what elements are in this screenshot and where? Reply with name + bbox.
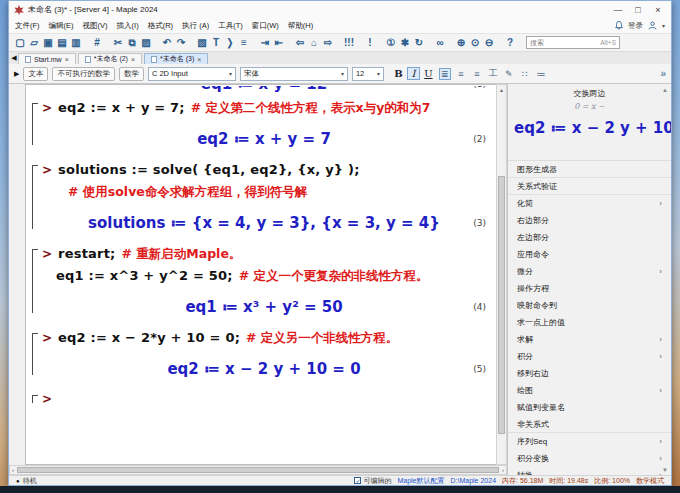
- tab-3[interactable]: *未命名 (3)×: [144, 53, 208, 64]
- scroll-up-icon[interactable]: ▲: [499, 85, 504, 94]
- context-item-右边部分[interactable]: 右边部分: [508, 212, 671, 229]
- insert-table-icon[interactable]: #: [90, 35, 104, 50]
- open-file-icon[interactable]: ▱: [27, 35, 41, 50]
- copy-icon[interactable]: ⧉: [125, 35, 139, 50]
- tab-2[interactable]: *未命名 (2)×: [78, 53, 142, 64]
- context-item-操作方程[interactable]: 操作方程: [508, 280, 671, 297]
- context-item-求一点上的值[interactable]: 求一点上的值: [508, 314, 671, 331]
- home-icon[interactable]: ⌂: [307, 35, 321, 50]
- login-link[interactable]: 登录: [628, 21, 643, 31]
- vertical-scrollbar[interactable]: ▲: [496, 84, 507, 465]
- forward-icon[interactable]: ⇨: [321, 35, 335, 50]
- formatbar-collapse-icon[interactable]: ▶: [14, 70, 19, 78]
- menu-item-A[interactable]: 执行 (A): [182, 21, 209, 31]
- tab-1[interactable]: Start.mw×: [18, 53, 76, 64]
- insert-drawing-icon[interactable]: ▧: [195, 35, 209, 50]
- empty-prompt-line[interactable]: >: [42, 392, 496, 406]
- panel-expand-icon[interactable]: »: [660, 68, 666, 79]
- italic-button[interactable]: I: [407, 67, 420, 80]
- math-input-line[interactable]: >eq2 := x + y = 7;# 定义第二个线性方程，表示x与y的和为7: [42, 100, 496, 117]
- editable-checkbox-icon[interactable]: ✓: [354, 477, 361, 484]
- mode-button-文本[interactable]: 文本: [23, 67, 48, 81]
- indent-icon[interactable]: ⇥: [258, 35, 272, 50]
- menu-item-E[interactable]: 编辑(E): [49, 21, 74, 31]
- comment-line[interactable]: # 使用solve命令求解方程组，得到符号解: [42, 181, 496, 201]
- account-dropdown-icon[interactable]: ▾: [662, 22, 665, 29]
- insert-section-icon[interactable]: ≡: [237, 35, 251, 50]
- restart-icon[interactable]: ↻: [412, 35, 426, 50]
- context-item-映射命令到[interactable]: 映射命令到: [508, 297, 671, 314]
- notifications-bell-icon[interactable]: [615, 21, 623, 30]
- context-item-积分[interactable]: 积分›: [508, 348, 671, 365]
- numbered-list-icon[interactable]: ≔: [535, 69, 547, 79]
- align-center-icon[interactable]: ≡: [455, 69, 467, 79]
- zoom-in-icon[interactable]: ⊕: [454, 35, 468, 50]
- context-item-应用命令[interactable]: 应用命令: [508, 246, 671, 263]
- insert-text-icon[interactable]: T: [209, 35, 223, 50]
- bullet-list-icon[interactable]: ∷: [519, 69, 531, 79]
- execute-icon[interactable]: !: [363, 35, 377, 50]
- tab-close-icon[interactable]: ×: [131, 56, 135, 63]
- menu-item-F[interactable]: 文件(F): [15, 21, 40, 31]
- paste-icon[interactable]: ▨: [139, 35, 153, 50]
- new-document-icon[interactable]: ▢: [13, 35, 27, 50]
- zoom-reset-icon[interactable]: ⊙: [468, 35, 482, 50]
- panel-scroll-up-icon[interactable]: ▲: [662, 87, 668, 93]
- hyperlink-icon[interactable]: ∞: [433, 35, 447, 50]
- bold-button[interactable]: B: [392, 68, 405, 79]
- mode-button-不可执行的数学[interactable]: 不可执行的数学: [52, 67, 115, 81]
- cut-icon[interactable]: ✂: [111, 35, 125, 50]
- maximize-button[interactable]: □: [628, 3, 648, 17]
- context-item-序列Seq[interactable]: 序列Seq›: [508, 433, 671, 450]
- horizontal-scrollbar[interactable]: ‹ ›: [9, 465, 507, 475]
- math-input-line[interactable]: >eq2 := x − 2*y + 10 = 0;# 定义另一个非线性方程。: [42, 330, 496, 347]
- user-profile-icon[interactable]: [648, 21, 657, 30]
- math-input-line[interactable]: >restart;# 重新启动Maple。: [42, 246, 496, 263]
- math-input-line[interactable]: eq1 := x^3 + y^2 = 50;# 定义一个更复杂的非线性方程。: [42, 268, 496, 285]
- export-icon[interactable]: ▥: [69, 35, 83, 50]
- font-dropdown[interactable]: 宋体▾: [240, 67, 348, 81]
- debug-icon[interactable]: ✱: [398, 35, 412, 50]
- mode-button-数学[interactable]: 数学: [119, 67, 144, 81]
- context-item-转换[interactable]: 转换›: [508, 467, 671, 475]
- panel-scroll-down-icon[interactable]: ▼: [662, 467, 668, 473]
- search-input[interactable]: 搜索 Alt+S: [526, 36, 620, 49]
- pencil-icon[interactable]: ✎: [503, 69, 515, 79]
- tab-close-icon[interactable]: ×: [65, 56, 69, 63]
- scroll-left-icon[interactable]: ‹: [12, 467, 14, 473]
- menu-item-I[interactable]: 插入(I): [117, 21, 139, 31]
- minimize-button[interactable]: —: [608, 3, 628, 17]
- tab-scroll-left-icon[interactable]: ◀: [10, 52, 18, 64]
- worksheet-canvas[interactable]: eq1 ≔ x y = 12(1)>eq2 := x + y = 7;# 定义第…: [25, 84, 496, 465]
- align-right-icon[interactable]: ≡: [471, 69, 483, 79]
- outdent-icon[interactable]: ⇤: [272, 35, 286, 50]
- menu-item-W[interactable]: 窗口(W): [252, 21, 279, 31]
- undo-icon[interactable]: ↶: [160, 35, 174, 50]
- context-item-化简[interactable]: 化简›: [508, 195, 671, 212]
- scroll-right-icon[interactable]: ›: [502, 467, 504, 473]
- align-left-icon[interactable]: ≣: [439, 68, 451, 80]
- horizontal-scroll-thumb[interactable]: [17, 467, 499, 473]
- context-item-图形生成器[interactable]: 图形生成器: [508, 161, 671, 178]
- context-item-微分[interactable]: 微分›: [508, 263, 671, 280]
- font-size-dropdown[interactable]: 12▾: [352, 67, 384, 81]
- style-dropdown[interactable]: C 2D Input▾: [148, 67, 236, 81]
- context-item-积分变换[interactable]: 积分变换›: [508, 450, 671, 467]
- redo-icon[interactable]: ↷: [174, 35, 188, 50]
- context-item-关系式验证[interactable]: 关系式验证: [508, 178, 671, 195]
- insert-prompt-icon[interactable]: ❭: [223, 35, 237, 50]
- editable-toggle[interactable]: ✓ 可编辑的: [354, 476, 391, 486]
- context-item-移到右边[interactable]: 移到右边: [508, 365, 671, 382]
- menu-item-R[interactable]: 格式(R): [148, 21, 173, 31]
- zoom-out-icon[interactable]: ⊖: [482, 35, 496, 50]
- tab-close-icon[interactable]: ×: [197, 56, 201, 63]
- help-icon[interactable]: ?: [503, 35, 517, 50]
- context-item-绘图[interactable]: 绘图›: [508, 382, 671, 399]
- execute-all-icon[interactable]: !!!: [342, 35, 356, 50]
- save-icon[interactable]: ▣: [41, 35, 55, 50]
- interrupt-icon[interactable]: ①: [384, 35, 398, 50]
- menu-item-V[interactable]: 视图(V): [83, 21, 108, 31]
- vertical-scroll-thumb[interactable]: [498, 176, 505, 434]
- math-input-line[interactable]: >solutions := solve( {eq1, eq2}, {x, y} …: [42, 162, 496, 177]
- back-icon[interactable]: ⇦: [293, 35, 307, 50]
